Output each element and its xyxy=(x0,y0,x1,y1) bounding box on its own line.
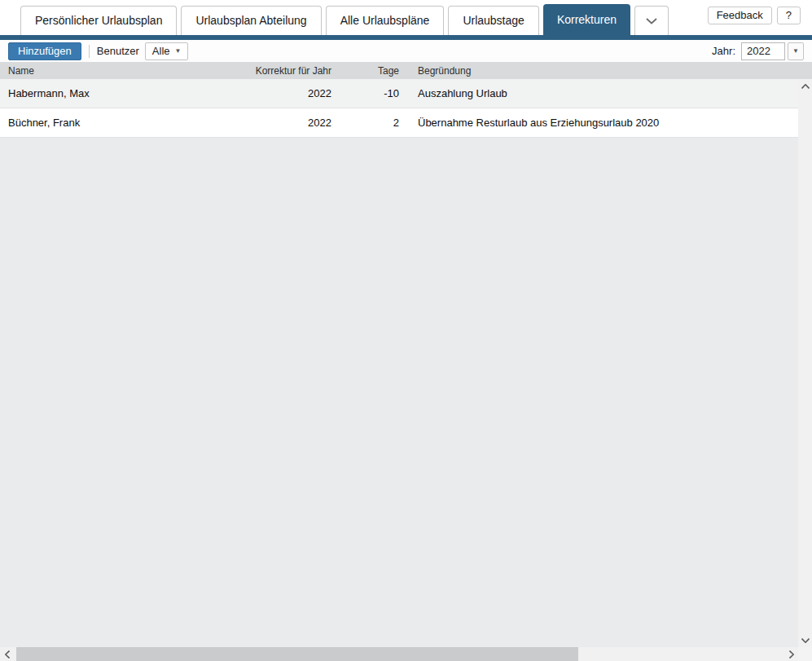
chevron-down-icon xyxy=(646,7,657,35)
chevron-down-icon: ▼ xyxy=(792,47,799,55)
help-button[interactable]: ? xyxy=(777,7,801,24)
chevron-down-icon: ▼ xyxy=(175,48,182,55)
vertical-scrollbar[interactable] xyxy=(798,79,812,647)
cell-jahr: 2022 xyxy=(252,117,331,129)
user-filter-dropdown[interactable]: Alle ▼ xyxy=(145,42,189,60)
table-row[interactable]: Büchner, Frank 2022 2 Übernahme Resturla… xyxy=(0,108,798,138)
window-buttons: Feedback ? xyxy=(708,7,801,24)
scroll-left-button[interactable] xyxy=(0,647,14,661)
add-button[interactable]: Hinzufügen xyxy=(8,42,81,60)
tab-korrekturen[interactable]: Korrekturen xyxy=(543,4,630,35)
horizontal-scrollbar-thumb[interactable] xyxy=(16,647,578,661)
cell-name: Büchner, Frank xyxy=(0,117,252,129)
tab-urlaubstage[interactable]: Urlaubstage xyxy=(448,6,539,35)
cell-name: Habermann, Max xyxy=(0,87,252,99)
tab-urlaubsplan-abteilung[interactable]: Urlaubsplan Abteilung xyxy=(181,6,321,35)
feedback-button[interactable]: Feedback xyxy=(708,7,772,24)
cell-begruendung: Auszahlung Urlaub xyxy=(399,87,798,99)
chevron-down-icon xyxy=(801,638,810,643)
chevron-up-icon xyxy=(801,84,810,89)
tab-overflow-button[interactable] xyxy=(634,6,669,35)
column-header-korrektur-jahr[interactable]: Korrektur für Jahr xyxy=(252,65,331,77)
toolbar: Hinzufügen Benutzer Alle ▼ Jahr: 2022 ▼ xyxy=(0,40,812,62)
scroll-down-button[interactable] xyxy=(798,633,812,647)
cell-tage: -10 xyxy=(331,87,399,99)
cell-tage: 2 xyxy=(331,117,399,129)
column-header-begruendung[interactable]: Begründung xyxy=(399,65,812,77)
cell-begruendung: Übernahme Resturlaub aus Erziehungsurlau… xyxy=(399,117,798,129)
user-filter-label: Benutzer xyxy=(97,45,139,57)
chevron-left-icon xyxy=(5,650,10,659)
horizontal-scrollbar[interactable] xyxy=(0,647,798,661)
tab-strip: Persönlicher Urlaubsplan Urlaubsplan Abt… xyxy=(0,0,812,35)
chevron-right-icon xyxy=(789,650,794,659)
scrollbar-corner xyxy=(798,647,812,661)
year-label: Jahr: xyxy=(712,45,735,57)
user-filter-value: Alle xyxy=(152,45,170,57)
year-selector: Jahr: 2022 ▼ xyxy=(712,42,804,60)
table-header: Name Korrektur für Jahr Tage Begründung xyxy=(0,62,812,79)
year-dropdown-button[interactable]: ▼ xyxy=(788,42,804,60)
scroll-right-button[interactable] xyxy=(784,647,798,661)
toolbar-separator xyxy=(89,45,90,58)
table-body: Habermann, Max 2022 -10 Auszahlung Urlau… xyxy=(0,79,798,647)
tab-alle-urlaubsplaene[interactable]: Alle Urlaubspläne xyxy=(326,6,445,35)
content-region: Habermann, Max 2022 -10 Auszahlung Urlau… xyxy=(0,79,812,647)
tab-persoenlicher-urlaubsplan[interactable]: Persönlicher Urlaubsplan xyxy=(20,6,177,35)
column-header-name[interactable]: Name xyxy=(0,65,252,77)
scroll-up-button[interactable] xyxy=(798,79,812,93)
cell-jahr: 2022 xyxy=(252,87,331,99)
table-row[interactable]: Habermann, Max 2022 -10 Auszahlung Urlau… xyxy=(0,79,798,108)
bottom-bar xyxy=(0,647,812,661)
year-input[interactable]: 2022 xyxy=(741,42,785,60)
column-header-tage[interactable]: Tage xyxy=(331,65,399,77)
